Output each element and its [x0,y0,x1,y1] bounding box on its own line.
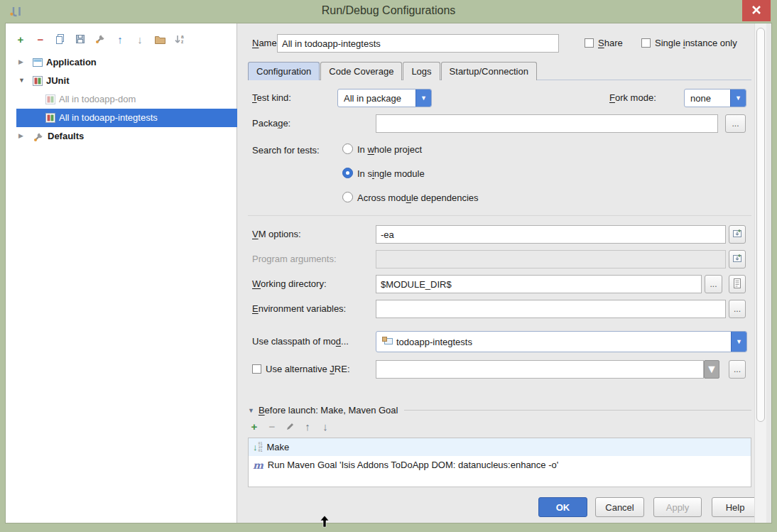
make-icon: ↓ 011001 [253,442,263,452]
program-arguments-expand-button[interactable] [729,250,746,268]
section-divider [248,215,751,216]
share-checkbox[interactable] [585,38,594,48]
junit-icon [33,76,43,88]
move-down-icon[interactable]: ↓ [134,33,146,45]
fork-mode-label: Fork mode: [609,92,656,103]
junit-icon [45,113,55,125]
fork-mode-combo[interactable]: none ▼ [684,89,746,107]
list-item-maven-goal[interactable]: m Run Maven Goal 'Isis Addons ToDoApp DO… [249,456,751,474]
titlebar: Run/Debug Configurations [0,0,777,23]
remove-icon[interactable]: − [266,420,278,433]
expand-editor-icon [732,254,742,266]
radio-in-single-module[interactable] [342,168,353,178]
move-down-icon[interactable]: ↓ [319,420,332,433]
header-rule [404,410,751,411]
radio-across-module-dependencies[interactable] [342,192,353,202]
alternative-jre-checkbox[interactable] [252,364,261,374]
single-instance-checkbox[interactable] [641,38,651,48]
chevron-down-icon[interactable]: ▼ [415,89,431,107]
classpath-module-combo[interactable]: todoapp-integtests ▼ [376,331,747,352]
radio-in-whole-project[interactable] [342,143,353,154]
add-icon[interactable]: + [14,33,27,45]
sort-az-icon[interactable]: az [173,33,186,45]
defaults-icon [33,131,44,145]
maven-icon: m [253,460,263,471]
edit-icon[interactable] [283,420,296,433]
vertical-scrollbar [754,23,766,523]
before-launch-header: ▼ Before launch: Make, Maven Goal [248,405,751,416]
module-icon [382,335,393,348]
name-input[interactable] [277,34,559,53]
help-button[interactable]: Help [712,497,759,517]
tab-logs[interactable]: Logs [403,62,440,80]
scrollbar-thumb[interactable] [756,28,765,422]
test-kind-combo[interactable]: All in package ▼ [337,89,432,107]
alternative-jre-label: Use alternative JRE: [266,364,350,374]
before-launch-list: ↓ 011001 Make m Run Maven Goal 'Isis Add… [248,438,751,487]
vm-options-expand-button[interactable] [729,225,746,244]
name-label: Name: [252,38,279,48]
use-classpath-label: Use classpath of mod... [252,336,349,347]
single-instance-label: Single instance only [655,38,737,48]
working-directory-label: Working directory: [252,278,327,289]
tree-item-application[interactable]: ▶ Application [6,53,237,72]
chevron-down-icon[interactable]: ▼ [18,77,25,84]
tree-toolbar: + − ↑ ↓ az [14,33,186,45]
expand-editor-icon [732,229,742,241]
alternative-jre-browse-button[interactable]: ... [729,360,746,379]
move-up-icon[interactable]: ↑ [301,420,314,433]
svg-text:z: z [181,39,184,44]
package-browse-button[interactable]: ... [725,114,746,133]
tree-item-all-in-todoapp-dom[interactable]: All in todoapp-dom [6,90,237,109]
collapse-triangle-icon[interactable]: ▼ [248,407,254,414]
vm-options-input[interactable] [376,225,726,244]
dialog-content: + − ↑ ↓ az ▶ Applicati [5,23,772,523]
move-up-icon[interactable]: ↑ [114,33,126,45]
close-button[interactable] [742,0,771,21]
package-label: Package: [252,118,290,129]
application-icon [33,58,43,70]
share-label: Share [598,38,623,48]
chevron-right-icon[interactable]: ▶ [18,58,23,65]
folder-icon[interactable] [153,33,166,45]
tab-startup-connection[interactable]: Startup/Connection [441,62,537,80]
apply-button[interactable]: Apply [653,497,702,517]
list-item-make[interactable]: ↓ 011001 Make [249,438,751,456]
ok-button[interactable]: OK [538,497,587,517]
tree-item-defaults[interactable]: ▶ Defaults [6,127,237,146]
doc-icon [733,278,741,291]
remove-icon[interactable]: − [34,33,47,45]
chevron-down-icon[interactable]: ▼ [730,89,746,107]
tab-configuration[interactable]: Configuration [248,62,320,80]
environment-variables-browse-button[interactable]: ... [729,300,746,318]
junit-icon [45,94,55,107]
cancel-button[interactable]: Cancel [595,497,644,517]
radio-in-single-module-label: In single module [357,168,425,179]
save-icon[interactable] [74,33,87,45]
tree-item-all-in-todoapp-integtests[interactable]: All in todoapp-integtests [6,109,237,127]
environment-variables-label: Environment variables: [252,303,346,314]
classpath-module-value: todoapp-integtests [396,337,472,347]
before-launch-toolbar: + − ↑ ↓ [248,420,332,433]
radio-in-whole-project-label: In whole project [357,144,422,155]
alternative-jre-dropdown-button[interactable]: ▼ [704,360,719,379]
dialog-title: Run/Debug Configurations [0,4,777,17]
edit-defaults-icon[interactable] [94,33,107,45]
tab-code-coverage[interactable]: Code Coverage [320,62,402,80]
configuration-editor-panel: Name: Share Single instance only Configu… [238,23,772,523]
add-icon[interactable]: + [248,420,261,433]
tree-item-junit[interactable]: ▼ JUnit [6,72,237,90]
package-input[interactable] [376,114,718,133]
chevron-right-icon[interactable]: ▶ [18,132,23,139]
working-directory-doc-button[interactable] [729,275,746,293]
chevron-down-icon[interactable]: ▼ [731,332,746,352]
environment-variables-input[interactable] [376,300,726,318]
vm-options-label: VM options: [252,229,301,239]
copy-icon[interactable] [54,33,67,45]
configurations-tree-panel: + − ↑ ↓ az ▶ Applicati [6,23,237,523]
working-directory-input[interactable] [376,275,702,293]
mouse-cursor [320,516,330,531]
working-directory-browse-button[interactable]: ... [705,275,722,293]
alternative-jre-input[interactable] [376,360,704,379]
program-arguments-input[interactable] [376,250,726,268]
